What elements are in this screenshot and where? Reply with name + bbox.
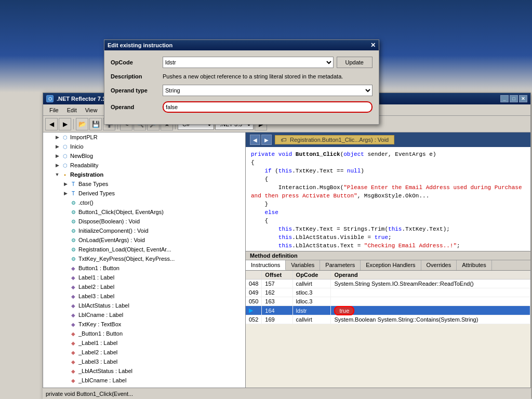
field-icon: ◆ [69, 320, 77, 328]
tree-item-lblactstatus-priv[interactable]: ◆ _LblActStatus : Label [43, 366, 245, 376]
tree-item-button1click[interactable]: ⚙ Button1_Click(Object, EventArgs) [43, 207, 245, 217]
expander-txtkey-field [62, 321, 69, 328]
expander-dispose [62, 218, 69, 225]
opcode-select[interactable]: ldstr [163, 57, 334, 68]
row-num: 050 [246, 297, 262, 306]
tree-label: Base Types [78, 181, 108, 187]
tree-item-initialize[interactable]: ⚙ InitializeComponent() : Void [43, 226, 245, 235]
code-tab-item[interactable]: 🏷 Registration.Button1_Clic...Args) : Vo… [275, 135, 394, 144]
tree-item-importplr[interactable]: ▶ ⬡ ImportPLR [43, 132, 245, 142]
tree-item-label2-priv[interactable]: ◆ _Label2 : Label [43, 348, 245, 357]
tab-overrides[interactable]: Overrides [421, 260, 457, 270]
table-row[interactable]: 052 169 callvirt System.Boolean System.S… [246, 315, 530, 324]
operand-input[interactable] [163, 101, 373, 113]
tree-label: .ctor() [78, 200, 94, 206]
code-back-button[interactable]: ◀ [250, 135, 260, 145]
tab-parameters[interactable]: Parameters [320, 260, 361, 270]
expander-lblactstatus [62, 302, 69, 309]
update-button[interactable]: Update [337, 57, 373, 68]
opcode-control: ldstr Update [163, 57, 373, 68]
code-line-2: { [251, 158, 525, 167]
expander-inicio: ▶ [54, 143, 61, 150]
instructions-panel: Method definition Instructions Variables… [246, 251, 530, 324]
row-opcode: callvirt [292, 315, 331, 324]
tree-label: InitializeComponent() : Void [78, 228, 149, 234]
table-row[interactable]: 048 157 callvirt System.String System.IO… [246, 280, 530, 288]
tree-item-lblactstatus[interactable]: ◆ LblActStatus : Label [43, 301, 245, 310]
edit-dialog: Edit existing instruction ✕ OpCode ldstr… [104, 39, 379, 125]
open-button[interactable]: 📂 [76, 118, 88, 130]
tab-exception-handlers[interactable]: Exception Handlers [361, 260, 421, 270]
tree-item-lblcname-priv[interactable]: ◆ _LblCname : Label [43, 376, 245, 385]
tree-label: Inicio [70, 143, 84, 150]
minimize-button[interactable]: _ [500, 95, 509, 102]
dialog-close-button[interactable]: ✕ [370, 42, 376, 49]
tree-item-onload[interactable]: ⚙ OnLoad(EventArgs) : Void [43, 235, 245, 245]
tree-item-readability[interactable]: ▶ ⬡ Readability [43, 161, 245, 170]
tree-item-txtkey-field[interactable]: ◆ TxtKey : TextBox [43, 320, 245, 329]
tree-label: LblActStatus : Label [78, 302, 129, 309]
tab-instructions[interactable]: Instructions [246, 260, 286, 270]
method-icon: ⚙ [69, 236, 77, 244]
table-row[interactable]: 049 162 stloc.3 [246, 288, 530, 297]
description-label: Description [111, 73, 163, 79]
row-offset: 163 [262, 297, 292, 306]
col-offset-header: Offset [262, 271, 292, 280]
tree-item-derived-types[interactable]: ▶ T Derived Types [43, 189, 245, 198]
tree-item-field-label2[interactable]: ◆ Label2 : Label [43, 282, 245, 291]
col-operand-header: Operand [331, 271, 530, 280]
close-button[interactable]: ✕ [519, 95, 527, 102]
tree-container[interactable]: ▶ ⬡ ImportPLR ▶ ⬡ Inicio ▶ ⬡ NewBlog ▶ ⬡ [43, 132, 245, 392]
toolbar-sep-1 [73, 119, 74, 129]
tree-item-base-types[interactable]: ▶ T Base Types [43, 179, 245, 189]
tree-item-dispose[interactable]: ⚙ Dispose(Boolean) : Void [43, 217, 245, 226]
tab-attributes[interactable]: Attributes [457, 260, 491, 270]
tree-item-lblcname[interactable]: ◆ LblCname : Label [43, 310, 245, 320]
back-button[interactable]: ◀ [45, 118, 58, 130]
expander-label2-priv [62, 349, 69, 356]
expander-registration: ▼ [54, 171, 61, 178]
tree-item-inicio[interactable]: ▶ ⬡ Inicio [43, 142, 245, 151]
expander-importplr: ▶ [54, 134, 61, 141]
tree-item-newblog[interactable]: ▶ ⬡ NewBlog [43, 151, 245, 161]
tab-variables[interactable]: Variables [286, 260, 320, 270]
code-tab-bar: ◀ ▶ 🏷 Registration.Button1_Clic...Args) … [246, 132, 530, 147]
table-row[interactable]: 050 163 ldloc.3 [246, 297, 530, 306]
row-opcode: ldloc.3 [292, 297, 331, 306]
maximize-button[interactable]: □ [510, 95, 518, 102]
operand-label-text: Operand [111, 104, 163, 110]
tree-item-field-label3[interactable]: ◆ Label3 : Label [43, 291, 245, 301]
tree-item-field-button1[interactable]: ◆ Button1 : Button [43, 263, 245, 273]
field-icon: ◆ [69, 264, 77, 272]
tree-item-registration[interactable]: ▼ ▪ Registration [43, 170, 245, 179]
tree-item-field-label1[interactable]: ◆ Label1 : Label [43, 273, 245, 282]
expander-field-button1 [62, 264, 69, 272]
forward-button[interactable]: ▶ [59, 118, 71, 130]
save-button[interactable]: 💾 [89, 118, 102, 130]
code-line-6: } [251, 200, 525, 208]
status-text: private void Button1_Click(Event... [46, 391, 133, 397]
menu-file[interactable]: File [45, 106, 63, 114]
field-icon: ◆ [69, 283, 77, 291]
method-icon: ⚙ [69, 208, 77, 216]
code-view: private void Button1_Click(object sender… [246, 147, 530, 251]
tree-item-label3-priv[interactable]: ◆ _Label3 : Label [43, 357, 245, 366]
operand-type-select[interactable]: String [163, 85, 373, 96]
field-icon: ◆ [69, 376, 77, 384]
menu-view[interactable]: View [81, 106, 102, 114]
menu-edit[interactable]: Edit [63, 106, 81, 114]
dialog-title: Edit existing instruction [108, 42, 172, 48]
tree-item-button1-priv[interactable]: ◆ _Button1 : Button [43, 329, 245, 338]
instructions-table-container: Offset OpCode Operand 048 157 callvirt S… [246, 271, 530, 324]
tree-item-regload[interactable]: ⚙ Registration_Load(Object, EventAr... [43, 245, 245, 254]
instructions-tabs: Instructions Variables Parameters Except… [246, 260, 530, 271]
tree-item-txtkey[interactable]: ⚙ TxtKey_KeyPress(Object, KeyPress... [43, 254, 245, 263]
tree-item-ctor[interactable]: ⚙ .ctor() [43, 198, 245, 207]
namespace-icon: ⬡ [61, 133, 69, 141]
tree-item-label1-priv[interactable]: ◆ _Label1 : Label [43, 338, 245, 348]
app-icon: ⬡ [46, 95, 54, 102]
content-area: ▶ ⬡ ImportPLR ▶ ⬡ Inicio ▶ ⬡ NewBlog ▶ ⬡ [43, 132, 530, 398]
code-forward-button[interactable]: ▶ [261, 135, 272, 145]
table-row-selected[interactable]: ▶ 164 ldstr true [246, 306, 530, 315]
left-panel: ▶ ⬡ ImportPLR ▶ ⬡ Inicio ▶ ⬡ NewBlog ▶ ⬡ [43, 132, 246, 398]
